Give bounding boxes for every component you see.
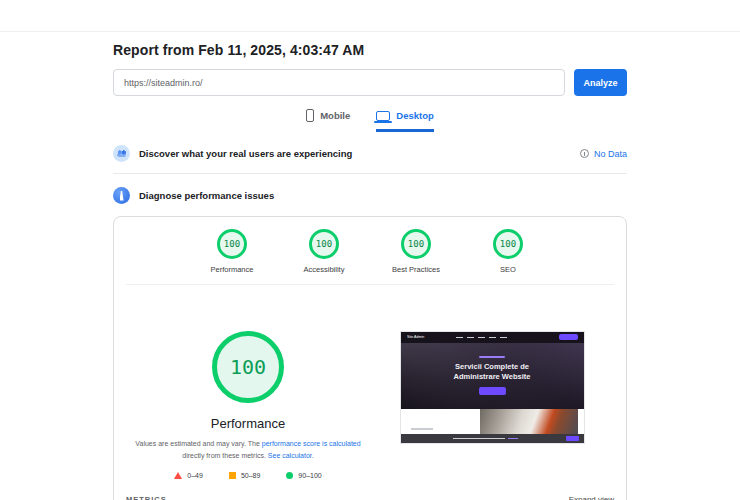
field-section-title: Discover what your real users are experi… [139, 148, 352, 159]
calculation-link[interactable]: performance score is calculated [262, 440, 361, 447]
thumb-tagline [479, 356, 505, 358]
disclaimer-text-1: Values are estimated and may vary. The [135, 440, 261, 447]
performance-score-gauge: 100 [217, 229, 247, 259]
score-summary-row: 100 Performance 100 Accessibility 100 Be… [126, 217, 614, 285]
tab-mobile-label: Mobile [320, 110, 350, 121]
tab-mobile[interactable]: Mobile [306, 109, 350, 132]
thumb-caption-text [411, 428, 433, 430]
thumb-site-logo: Site Admin [407, 336, 425, 340]
thumb-nav-links [456, 337, 507, 339]
analyze-button[interactable]: Analyze [574, 69, 627, 96]
info-icon [580, 149, 589, 158]
orange-square-icon [229, 472, 236, 479]
score-disclaimer: Values are estimated and may vary. The p… [126, 438, 370, 461]
seo-score-gauge: 100 [493, 229, 523, 259]
thumb-hero-heading: Servicii Complete de Administrare Websit… [401, 362, 584, 382]
thumb-heading-line2: Administrare Website [401, 372, 584, 382]
no-data-label: No Data [594, 149, 627, 159]
lab-data-section-header[interactable]: Diagnose performance issues [113, 187, 627, 204]
thumb-office-photo [480, 409, 578, 435]
score-best-practices[interactable]: 100 Best Practices [387, 229, 445, 274]
score-seo[interactable]: 100 SEO [479, 229, 537, 274]
lab-section-title: Diagnose performance issues [139, 190, 274, 201]
legend-fail: 0–49 [174, 472, 203, 479]
main-content: Report from Feb 11, 2025, 4:03:47 AM Ana… [113, 42, 627, 500]
green-circle-icon [286, 472, 293, 479]
expand-view-button[interactable]: Expand view [569, 495, 614, 500]
smartphone-icon [306, 109, 314, 122]
legend-pass-range: 90–100 [298, 472, 321, 479]
performance-panel-title: Performance [211, 416, 285, 431]
accessibility-score-gauge: 100 [309, 229, 339, 259]
legend-fail-range: 0–49 [187, 472, 203, 479]
legend-average: 50–89 [229, 472, 260, 479]
thumb-nav-cta-button [559, 334, 578, 340]
thumb-cookie-text [453, 438, 518, 440]
performance-detail-row: 100 Performance Values are estimated and… [126, 285, 614, 479]
tab-desktop-label: Desktop [396, 110, 433, 121]
section-divider [113, 173, 627, 174]
best-practices-score-gauge: 100 [401, 229, 431, 259]
site-screenshot-thumbnail[interactable]: Site Admin Servicii Complete de Administ… [400, 331, 585, 444]
lighthouse-report-card: 100 Performance 100 Accessibility 100 Be… [113, 216, 627, 500]
seo-score-label: SEO [500, 265, 516, 274]
disclaimer-text-2: directly from these metrics. [182, 452, 268, 459]
thumb-hero-section: Servicii Complete de Administrare Websit… [401, 343, 584, 409]
performance-gauge-column: 100 Performance Values are estimated and… [126, 331, 370, 479]
legend-average-range: 50–89 [241, 472, 260, 479]
metrics-heading: METRICS [126, 495, 167, 500]
thumb-cookie-banner [401, 434, 584, 443]
red-triangle-icon [174, 472, 182, 479]
report-title: Report from Feb 11, 2025, 4:03:47 AM [113, 42, 627, 58]
tab-desktop[interactable]: Desktop [376, 109, 433, 132]
score-legend: 0–49 50–89 90–100 [174, 472, 321, 479]
legend-pass: 90–100 [286, 472, 321, 479]
accessibility-score-label: Accessibility [304, 265, 345, 274]
thumb-content-section [401, 409, 584, 435]
thumb-navbar: Site Admin [401, 332, 584, 343]
field-data-section-header[interactable]: Discover what your real users are experi… [113, 145, 627, 162]
lighthouse-icon [113, 187, 130, 204]
best-practices-score-label: Best Practices [392, 265, 440, 274]
url-input[interactable] [113, 69, 565, 96]
performance-main-gauge: 100 [212, 331, 284, 403]
metrics-header: METRICS Expand view [126, 495, 614, 500]
top-header-bar [0, 0, 740, 32]
device-tabs: Mobile Desktop [113, 109, 627, 132]
score-accessibility[interactable]: 100 Accessibility [295, 229, 353, 274]
see-calculator-link[interactable]: See calculator. [268, 452, 314, 459]
url-bar: Analyze [113, 69, 627, 96]
laptop-icon [376, 111, 390, 121]
real-users-icon [113, 145, 130, 162]
screenshot-column: Site Admin Servicii Complete de Administ… [370, 331, 614, 479]
score-performance[interactable]: 100 Performance [203, 229, 261, 274]
performance-score-label: Performance [211, 265, 254, 274]
thumb-heading-line1: Servicii Complete de [401, 362, 584, 372]
thumb-hero-cta-button [479, 387, 506, 395]
no-data-status[interactable]: No Data [580, 149, 627, 159]
thumb-cookie-accept-button [566, 436, 579, 441]
